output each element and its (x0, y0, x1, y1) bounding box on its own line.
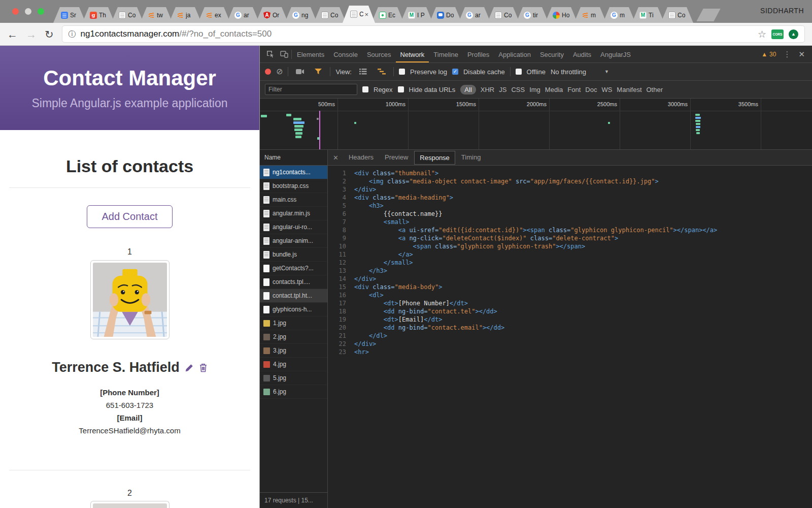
page-info-icon[interactable]: ⓘ (69, 29, 76, 39)
browser-tab[interactable]: Co (111, 7, 144, 23)
browser-tab[interactable]: ja (169, 7, 201, 23)
browser-tab[interactable]: gTh (82, 7, 115, 23)
request-row[interactable]: 2.jpg (260, 330, 327, 344)
request-list-header[interactable]: Name (260, 150, 327, 166)
devtools-tab-console[interactable]: Console (329, 46, 362, 62)
back-button[interactable]: ← (7, 29, 18, 40)
detail-tab-preview[interactable]: Preview (380, 151, 413, 165)
devtools-tab-timeline[interactable]: Timeline (429, 46, 463, 62)
inspect-element-icon[interactable] (264, 49, 277, 60)
bookmark-star-icon[interactable]: ☆ (758, 28, 766, 40)
browser-tab[interactable]: Do (429, 7, 462, 23)
request-row[interactable]: contacts.tpl.... (260, 275, 327, 289)
devtools-tab-network[interactable]: Network (396, 46, 429, 62)
request-row[interactable]: 1.jpg (260, 316, 327, 330)
browser-tab[interactable]: Co (314, 7, 346, 23)
filter-type-all[interactable]: All (460, 85, 476, 94)
browser-tab[interactable]: AOr (256, 7, 288, 23)
detail-tab-response[interactable]: Response (414, 151, 455, 165)
request-row[interactable]: main.css (260, 193, 327, 207)
devtools-tab-audits[interactable]: Audits (568, 46, 596, 62)
devtools-tab-security[interactable]: Security (535, 46, 568, 62)
filter-type-other[interactable]: Other (647, 86, 663, 93)
browser-tab[interactable]: Gng (285, 7, 317, 23)
browser-tab[interactable]: ex (198, 7, 230, 23)
browser-tab[interactable]: Ec (371, 7, 404, 23)
request-row[interactable]: bootstrap.css (260, 179, 327, 193)
record-button[interactable] (265, 69, 271, 75)
throttling-select[interactable]: No throttling (551, 68, 586, 76)
detail-close-icon[interactable]: ✕ (332, 154, 343, 162)
request-row[interactable]: 6.jpg (260, 385, 327, 399)
add-contact-button[interactable]: Add Contact (87, 205, 172, 228)
url-bar[interactable]: ⓘ ng1contactsmanager.com/#/?no_of_contac… (62, 25, 805, 43)
detail-tab-headers[interactable]: Headers (344, 151, 379, 165)
filter-funnel-icon[interactable] (312, 66, 325, 77)
devtools-tab-angularjs[interactable]: AngularJS (596, 46, 635, 62)
network-filter-input[interactable] (265, 84, 357, 95)
list-view-icon[interactable] (357, 66, 370, 77)
tab-close-icon[interactable]: × (364, 11, 368, 18)
throttling-caret-icon[interactable]: ▼ (604, 69, 609, 74)
browser-tab[interactable]: Co (487, 7, 520, 23)
filter-type-ws[interactable]: WS (601, 86, 612, 93)
devtools-tab-sources[interactable]: Sources (362, 46, 396, 62)
hide-data-urls-checkbox[interactable] (398, 86, 404, 92)
zoom-window-button[interactable] (38, 8, 44, 15)
browser-tab[interactable]: Gm (603, 7, 635, 23)
devtools-tab-elements[interactable]: Elements (292, 46, 329, 62)
close-window-button[interactable] (12, 8, 19, 15)
device-toolbar-icon[interactable] (278, 49, 291, 60)
detail-tab-timing[interactable]: Timing (456, 151, 486, 165)
request-row[interactable]: bundle.js (260, 248, 327, 262)
waterfall-view-icon[interactable] (375, 66, 388, 77)
browser-tab[interactable]: MI P (400, 7, 433, 23)
devtools-tab-profiles[interactable]: Profiles (463, 46, 494, 62)
preserve-log-checkbox[interactable] (399, 69, 405, 75)
console-warning-counter[interactable]: ▲30 (761, 51, 776, 58)
filter-type-font[interactable]: Font (567, 86, 581, 93)
request-row[interactable]: angular-anim... (260, 234, 327, 248)
request-row[interactable]: ng1contacts... (260, 166, 327, 179)
browser-tab[interactable]: m (574, 7, 606, 23)
devtools-close-icon[interactable]: ✕ (798, 50, 805, 59)
regex-checkbox[interactable] (362, 86, 368, 92)
cors-extension-icon[interactable]: CORS (771, 29, 784, 39)
forward-button[interactable]: → (26, 29, 37, 40)
browser-tab[interactable]: Co (661, 7, 693, 23)
request-row[interactable]: 4.jpg (260, 358, 327, 371)
browser-tab[interactable]: MTi (632, 7, 664, 23)
disable-cache-checkbox[interactable]: ✓ (452, 69, 458, 75)
browser-tab[interactable]: Ho (545, 7, 578, 23)
browser-tab[interactable]: Gar (227, 7, 259, 23)
reload-button[interactable]: ↻ (45, 29, 54, 40)
delete-contact-button[interactable] (199, 363, 208, 372)
filter-type-doc[interactable]: Doc (585, 86, 597, 93)
devtools-tab-application[interactable]: Application (494, 46, 535, 62)
filter-type-media[interactable]: Media (545, 86, 563, 93)
request-row[interactable]: angular.min.js (260, 207, 327, 220)
request-row[interactable]: angular-ui-ro... (260, 220, 327, 234)
devtools-menu-icon[interactable]: ⋮ (783, 50, 791, 59)
browser-tab[interactable]: Gar (458, 7, 491, 23)
network-overview-timeline[interactable]: 500ms1000ms1500ms2000ms2500ms3000ms3500m… (260, 99, 812, 150)
browser-tab[interactable]: tw (140, 7, 173, 23)
browser-tab[interactable]: Sr (53, 7, 86, 23)
request-row[interactable]: 5.jpg (260, 371, 327, 385)
request-row[interactable]: 3.jpg (260, 344, 327, 358)
extension-icon[interactable]: ▲ (789, 29, 798, 39)
screenshot-camera-icon[interactable] (293, 66, 307, 77)
filter-type-css[interactable]: CSS (511, 86, 525, 93)
browser-tab[interactable]: Gtir (516, 7, 549, 23)
response-code-viewer[interactable]: 1<div class="thumbnail">2 <img class="me… (328, 166, 812, 508)
chrome-profile-name[interactable]: SIDDHARTH (760, 7, 804, 15)
filter-type-js[interactable]: JS (499, 86, 506, 93)
filter-type-xhr[interactable]: XHR (481, 86, 494, 93)
filter-type-manifest[interactable]: Manifest (617, 86, 641, 93)
request-row[interactable]: contact.tpl.ht... (260, 289, 327, 303)
clear-requests-icon[interactable]: ⊘ (276, 68, 283, 76)
request-row[interactable]: getContacts?... (260, 262, 327, 275)
minimize-window-button[interactable] (25, 8, 31, 15)
filter-type-img[interactable]: Img (529, 86, 540, 93)
offline-checkbox[interactable] (516, 69, 522, 75)
